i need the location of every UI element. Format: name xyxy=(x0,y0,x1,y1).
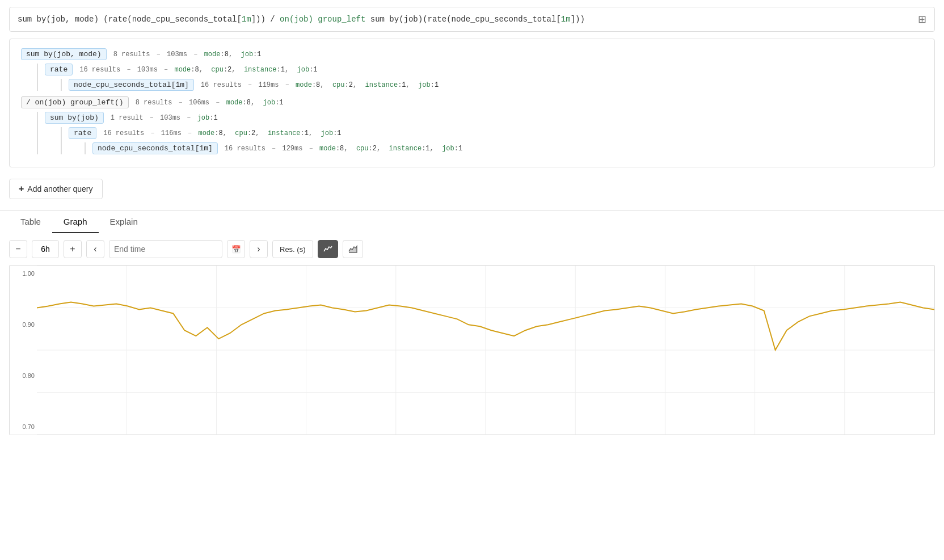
node-meta-metric-1: 16 results – 119ms – mode:8, cpu:2, inst… xyxy=(201,81,439,89)
node-meta-operator: 8 results – 106ms – mode:8, job:1 xyxy=(136,99,284,107)
tree-children-operator: sum by(job) 1 result – 103ms – job:1 rat… xyxy=(37,112,923,154)
plus-icon: + xyxy=(70,244,75,254)
plus-icon: + xyxy=(19,184,24,194)
area-chart-button[interactable] xyxy=(343,240,363,258)
tabs-container: Table Graph Explain xyxy=(0,210,944,233)
tab-explain[interactable]: Explain xyxy=(99,211,149,233)
res-label: Res. (s) xyxy=(280,245,306,254)
node-meta-rate-1: 16 results – 103ms – mode:8, cpu:2, inst… xyxy=(79,66,317,74)
chart-inner xyxy=(37,266,934,435)
next-icon: › xyxy=(257,244,260,254)
tree-node-operator: / on(job) group_left() 8 results – 106ms… xyxy=(21,96,923,108)
node-badge-sum-by-job[interactable]: sum by(job) xyxy=(45,112,104,124)
tree-children-level3-rate2: node_cpu_seconds_total[1m] 16 results – … xyxy=(85,142,923,154)
y-label-2: 0.90 xyxy=(12,321,35,328)
zoom-out-button[interactable]: − xyxy=(9,240,27,258)
node-meta-metric-2: 16 results – 129ms – mode:8, cpu:2, inst… xyxy=(225,145,462,153)
y-label-3: 0.80 xyxy=(12,372,35,379)
line-chart-button[interactable] xyxy=(318,240,338,258)
y-label-4: 0.70 xyxy=(12,423,35,430)
zoom-in-button[interactable]: + xyxy=(64,240,82,258)
tree-children-level2-rate1: node_cpu_seconds_total[1m] 16 results – … xyxy=(61,79,923,91)
node-badge-operator[interactable]: / on(job) group_left() xyxy=(21,96,129,108)
node-meta-sum-by-job: 1 result – 103ms – job:1 xyxy=(111,114,218,122)
node-badge-sum-by-job-mode[interactable]: sum by(job, mode) xyxy=(21,48,107,60)
time-range-input[interactable] xyxy=(32,240,59,258)
tab-table[interactable]: Table xyxy=(9,211,52,233)
node-badge-rate-2[interactable]: rate xyxy=(69,127,96,139)
end-time-input[interactable] xyxy=(109,240,222,258)
area-chart-icon xyxy=(348,245,357,254)
tree-node-metric-2: node_cpu_seconds_total[1m] 16 results – … xyxy=(92,142,923,154)
tree-node-sum-by-job-mode: sum by(job, mode) 8 results – 103ms – mo… xyxy=(21,48,923,60)
resolution-button[interactable]: Res. (s) xyxy=(272,240,313,258)
query-tree: sum by(job, mode) 8 results – 103ms – mo… xyxy=(9,39,935,167)
graph-controls: − + ‹ 📅 › Res. (s) xyxy=(0,233,944,265)
tab-graph[interactable]: Graph xyxy=(52,211,99,233)
tree-node-rate-2: rate 16 results – 116ms – mode:8, cpu:2,… xyxy=(69,127,923,139)
next-time-button[interactable]: › xyxy=(250,240,268,258)
line-chart-icon xyxy=(323,245,332,254)
map-icon[interactable]: ⊞ xyxy=(918,13,926,26)
y-label-1: 1.00 xyxy=(12,270,35,277)
node-badge-metric-1[interactable]: node_cpu_seconds_total[1m] xyxy=(69,79,194,91)
prev-time-button[interactable]: ‹ xyxy=(86,240,104,258)
calendar-button[interactable]: 📅 xyxy=(227,240,245,258)
node-badge-rate-1[interactable]: rate xyxy=(45,64,73,75)
y-axis: 1.00 0.90 0.80 0.70 xyxy=(10,266,37,435)
calendar-icon: 📅 xyxy=(231,245,241,254)
node-badge-metric-2[interactable]: node_cpu_seconds_total[1m] xyxy=(92,142,218,154)
tree-node-sum-by-job: sum by(job) 1 result – 103ms – job:1 xyxy=(45,112,923,124)
add-query-button[interactable]: + Add another query xyxy=(9,179,103,199)
chart-svg xyxy=(37,266,934,435)
query-text[interactable]: sum by(job, mode) (rate(node_cpu_seconds… xyxy=(18,15,911,24)
add-query-label: Add another query xyxy=(27,184,92,193)
chart-area: 1.00 0.90 0.80 0.70 xyxy=(9,265,935,435)
query-bar: sum by(job, mode) (rate(node_cpu_seconds… xyxy=(9,7,935,32)
minus-icon: − xyxy=(15,244,20,254)
tree-node-metric-1: node_cpu_seconds_total[1m] 16 results – … xyxy=(69,79,923,91)
tree-children-level1: rate 16 results – 103ms – mode:8, cpu:2,… xyxy=(37,64,923,91)
node-meta-sum-by-job-mode: 8 results – 103ms – mode:8, job:1 xyxy=(113,50,262,58)
tree-children-level2-sum: rate 16 results – 116ms – mode:8, cpu:2,… xyxy=(61,127,923,154)
node-meta-rate-2: 16 results – 116ms – mode:8, cpu:2, inst… xyxy=(103,129,341,137)
tree-node-rate-1: rate 16 results – 103ms – mode:8, cpu:2,… xyxy=(45,64,923,75)
prev-icon: ‹ xyxy=(94,244,96,254)
